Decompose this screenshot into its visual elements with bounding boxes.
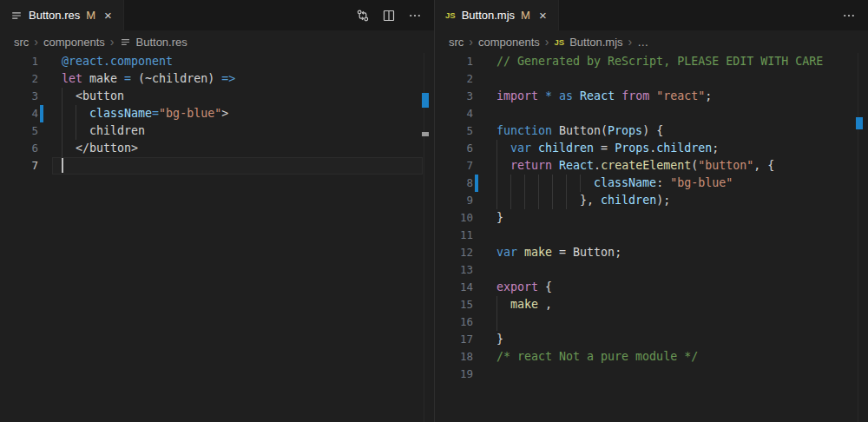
code-editor-left[interactable]: 1@react.component2let make = (~children)… — [0, 53, 434, 422]
code-line[interactable]: 1@react.component — [0, 53, 434, 70]
overview-ruler[interactable] — [424, 53, 434, 422]
code-line[interactable]: 8 className: "bg-blue" — [435, 175, 868, 192]
line-number[interactable]: 12 — [435, 244, 473, 261]
tab-button-mjs[interactable]: JS Button.mjs M × — [435, 0, 559, 30]
code-line-content[interactable]: }, children); — [496, 192, 670, 209]
breadcrumb-item-components[interactable]: components — [478, 36, 540, 49]
code-line[interactable]: 3 <button — [0, 88, 434, 105]
code-line-content[interactable]: function Button(Props) { — [496, 122, 663, 140]
line-number[interactable]: 3 — [0, 88, 38, 105]
code-line-content[interactable]: export { — [496, 279, 552, 296]
more-actions-icon[interactable] — [406, 7, 424, 24]
code-line-content[interactable]: className="bg-blue"> — [62, 105, 228, 122]
line-number[interactable]: 2 — [0, 70, 38, 88]
indent-guide — [566, 175, 567, 192]
line-number[interactable]: 16 — [435, 313, 473, 331]
line-number[interactable]: 7 — [0, 157, 38, 175]
code-line-content[interactable]: </button> — [62, 140, 138, 157]
code-token: className — [594, 176, 656, 189]
code-line[interactable]: 16 — [435, 313, 868, 331]
code-line-content[interactable]: className: "bg-blue" — [496, 175, 733, 192]
text-cursor — [62, 158, 63, 173]
split-editor-icon[interactable] — [380, 7, 398, 24]
gutter-modified-indicator — [475, 175, 478, 192]
code-token: ; — [705, 89, 712, 102]
code-line[interactable]: 10} — [435, 209, 868, 227]
close-icon[interactable]: × — [536, 8, 549, 23]
code-line[interactable]: 6 </button> — [0, 140, 434, 157]
code-line[interactable]: 14export { — [435, 279, 868, 296]
code-line-content[interactable]: import * as React from "react"; — [496, 88, 712, 105]
code-line-content[interactable]: make , — [496, 296, 552, 313]
line-number[interactable]: 5 — [435, 122, 473, 140]
code-line-content[interactable]: } — [496, 209, 503, 227]
breadcrumb-item-src[interactable]: src — [449, 36, 464, 49]
breadcrumb-item-src[interactable]: src — [14, 36, 29, 49]
line-number[interactable]: 2 — [435, 70, 473, 88]
code-line[interactable]: 9 }, children); — [435, 192, 868, 209]
code-line[interactable]: 13 — [435, 261, 868, 279]
code-line-content[interactable]: /* react Not a pure module */ — [496, 348, 698, 366]
code-line[interactable]: 7 return React.createElement("button", { — [435, 157, 868, 175]
code-line-content[interactable]: // Generated by ReScript, PLEASE EDIT WI… — [496, 53, 823, 70]
line-number[interactable]: 13 — [435, 261, 473, 279]
line-number[interactable]: 14 — [435, 279, 473, 296]
breadcrumb-item-symbol[interactable]: … — [637, 36, 648, 49]
code-line[interactable]: 4 className="bg-blue"> — [0, 105, 434, 122]
editor-split-sash[interactable] — [434, 0, 435, 422]
code-line-content[interactable]: } — [496, 331, 503, 348]
overview-ruler[interactable] — [858, 53, 868, 422]
breadcrumb-item-file[interactable]: Button.res — [136, 36, 187, 49]
code-line[interactable]: 2let make = (~children) => — [0, 70, 434, 88]
line-number[interactable]: 17 — [435, 331, 473, 348]
code-line-content[interactable]: let make = (~children) => — [62, 70, 235, 88]
code-line[interactable]: 7 — [0, 157, 434, 175]
code-line[interactable]: 17} — [435, 331, 868, 348]
code-line[interactable]: 11 — [435, 227, 868, 244]
code-line[interactable]: 6 var children = Props.children; — [435, 140, 868, 157]
overview-mark-modified — [856, 117, 863, 129]
code-line-content[interactable]: return React.createElement("button", { — [496, 157, 774, 175]
line-number[interactable]: 1 — [0, 53, 38, 70]
code-editor-right[interactable]: 1// Generated by ReScript, PLEASE EDIT W… — [435, 53, 868, 422]
more-actions-icon[interactable] — [840, 7, 858, 24]
code-line[interactable]: 1// Generated by ReScript, PLEASE EDIT W… — [435, 53, 868, 70]
code-line-content[interactable]: children — [62, 122, 145, 140]
open-changes-icon[interactable] — [354, 7, 372, 24]
breadcrumb-item-file[interactable]: Button.mjs — [569, 36, 622, 49]
line-number[interactable]: 3 — [435, 88, 473, 105]
code-token: className — [89, 107, 152, 120]
code-line-content[interactable]: @react.component — [62, 53, 173, 70]
code-token: children — [62, 124, 145, 137]
code-line[interactable]: 5function Button(Props) { — [435, 122, 868, 140]
line-number[interactable]: 8 — [435, 175, 473, 192]
breadcrumb-item-components[interactable]: components — [43, 36, 105, 49]
code-line[interactable]: 3import * as React from "react"; — [435, 88, 868, 105]
line-number[interactable]: 18 — [435, 348, 473, 366]
line-number[interactable]: 5 — [0, 122, 38, 140]
tab-button-res[interactable]: Button.res M × — [0, 0, 124, 30]
code-line[interactable]: 19 — [435, 366, 868, 383]
line-number[interactable]: 1 — [435, 53, 473, 70]
code-line-content[interactable]: <button — [62, 88, 124, 105]
code-line-content[interactable]: var children = Props.children; — [496, 140, 719, 157]
code-line[interactable]: 2 — [435, 70, 868, 88]
line-number[interactable]: 6 — [435, 140, 473, 157]
line-number[interactable]: 4 — [0, 105, 38, 122]
line-number[interactable]: 9 — [435, 192, 473, 209]
code-line[interactable]: 4 — [435, 105, 868, 122]
line-number[interactable]: 10 — [435, 209, 473, 227]
code-line[interactable]: 5 children — [0, 122, 434, 140]
line-number[interactable]: 6 — [0, 140, 38, 157]
line-number[interactable]: 4 — [435, 105, 473, 122]
code-token: children — [656, 142, 712, 155]
code-line[interactable]: 18/* react Not a pure module */ — [435, 348, 868, 366]
line-number[interactable]: 15 — [435, 296, 473, 313]
code-line[interactable]: 15 make , — [435, 296, 868, 313]
code-line[interactable]: 12var make = Button; — [435, 244, 868, 261]
line-number[interactable]: 11 — [435, 227, 473, 244]
line-number[interactable]: 19 — [435, 366, 473, 383]
close-icon[interactable]: × — [102, 8, 115, 23]
line-number[interactable]: 7 — [435, 157, 473, 175]
code-line-content[interactable]: var make = Button; — [496, 244, 621, 261]
